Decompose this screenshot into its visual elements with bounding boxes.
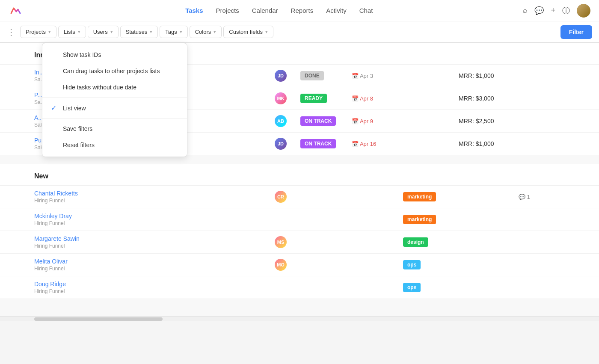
status-badge: ON TRACK (300, 139, 336, 148)
task-name-cell: Mckinley Dray Hiring Funnel (0, 208, 270, 231)
colors-label: Colors (195, 29, 211, 35)
task-name-cell: Margarete Sawin Hiring Funnel (0, 231, 270, 254)
mrr-value: MRR: $1,000 (459, 72, 494, 79)
tag-cell: marketing (398, 186, 454, 208)
options-dots[interactable]: ⋮ (7, 27, 15, 37)
comment-cell (513, 208, 548, 231)
extra-cell (548, 186, 573, 208)
colors-filter-btn[interactable]: Colors ▾ (190, 26, 222, 38)
nav-projects[interactable]: Projects (216, 7, 239, 14)
top-nav: Tasks Projects Calendar Reports Activity… (0, 0, 599, 21)
avatar: AB (275, 115, 287, 127)
comment-cell (513, 133, 548, 155)
extra-cell-2 (573, 186, 599, 208)
extra-cell (548, 254, 573, 276)
extra-cell-2 (573, 208, 599, 231)
tags-label: Tags (165, 29, 177, 35)
add-icon[interactable]: + (551, 6, 555, 15)
dropdown-label-reset-filters: Reset filters (63, 142, 95, 148)
users-filter-btn[interactable]: Users ▾ (88, 26, 119, 38)
statuses-label: Statuses (126, 29, 148, 35)
filter-button[interactable]: Filter (560, 25, 592, 39)
info-icon[interactable]: ⓘ (562, 6, 570, 16)
search-icon[interactable]: ⌕ (523, 6, 528, 15)
tag-badge: ops (403, 283, 421, 292)
dropdown-item-hide-no-due[interactable]: Hide tasks without due date (42, 79, 187, 95)
status-badge: READY (300, 94, 327, 103)
comment-cell (513, 254, 548, 276)
scroll-bar-area (0, 316, 599, 321)
extra-cell-2 (573, 87, 599, 110)
status-cell (295, 231, 347, 254)
extra-cell (548, 276, 573, 299)
task-sub: Hiring Funnel (34, 220, 65, 226)
task-name-cell: Melita Olivar Hiring Funnel (0, 254, 270, 276)
dropdown-divider-2 (42, 118, 187, 119)
nav-icons: ⌕ 💬 + ⓘ (523, 4, 590, 18)
status-badge: ON TRACK (300, 116, 336, 126)
dropdown-item-list-view[interactable]: ✓ List view (42, 99, 187, 117)
avatar-cell: CR (270, 186, 295, 208)
tag-cell: ops (398, 254, 454, 276)
tag-badge: design (403, 237, 428, 247)
user-avatar[interactable] (577, 4, 590, 18)
comment-cell (513, 87, 548, 110)
dropdown-item-reset-filters[interactable]: Reset filters (42, 137, 187, 153)
comment-cell (513, 231, 548, 254)
status-cell: ON TRACK (295, 110, 347, 133)
custom-fields-label: Custom fields (229, 29, 263, 35)
mrr-cell: MRR: $1,000 (454, 133, 513, 155)
tags-filter-btn[interactable]: Tags ▾ (160, 26, 187, 38)
statuses-filter-btn[interactable]: Statuses ▾ (120, 26, 158, 38)
dropdown-item-drag-tasks[interactable]: Can drag tasks to other projects lists (42, 63, 187, 79)
mrr-cell (454, 276, 513, 299)
extra-cell (548, 133, 573, 155)
lists-filter-btn[interactable]: Lists ▾ (58, 26, 86, 38)
nav-chat[interactable]: Chat (359, 7, 373, 14)
task-link[interactable]: Chantal Ricketts (34, 190, 264, 197)
task-sub: Hiring Funnel (34, 288, 65, 294)
options-dropdown: Show task IDs Can drag tasks to other pr… (42, 43, 187, 157)
custom-fields-filter-btn[interactable]: Custom fields ▾ (223, 26, 273, 38)
nav-activity[interactable]: Activity (326, 7, 347, 14)
task-link[interactable]: Margarete Sawin (34, 235, 264, 242)
nav-links: Tasks Projects Calendar Reports Activity… (35, 7, 523, 14)
mrr-cell: MRR: $1,000 (454, 65, 513, 87)
dropdown-item-save-filters[interactable]: Save filters (42, 121, 187, 137)
task-link[interactable]: Mckinley Dray (34, 213, 264, 219)
task-name-cell: Chantal Ricketts Hiring Funnel (0, 186, 270, 208)
comment-cell (513, 65, 548, 87)
date-cell: 📅 Apr 3 (347, 65, 398, 87)
status-cell: ON TRACK (295, 133, 347, 155)
nav-calendar[interactable]: Calendar (252, 7, 278, 14)
projects-filter-btn[interactable]: Projects ▾ (20, 26, 56, 38)
table-row: Doug Ridge Hiring Funnel ops (0, 276, 599, 299)
tag-cell: ops (398, 276, 454, 299)
task-sub: Hiring Funnel (34, 266, 65, 272)
avatar: MS (275, 236, 287, 248)
nav-reports[interactable]: Reports (291, 7, 314, 14)
status-cell (295, 186, 347, 208)
extra-cell-2 (573, 110, 599, 133)
extra-cell (548, 231, 573, 254)
date-cell (347, 254, 398, 276)
table-row: Chantal Ricketts Hiring Funnel CR market… (0, 186, 599, 208)
date-cell (347, 186, 398, 208)
horizontal-scrollbar[interactable] (34, 317, 163, 321)
chat-icon[interactable]: 💬 (534, 6, 544, 15)
extra-cell (548, 87, 573, 110)
dropdown-label-list-view: List view (63, 105, 86, 112)
app-logo[interactable] (9, 4, 22, 18)
table-row: Mckinley Dray Hiring Funnel marketing (0, 208, 599, 231)
extra-cell (548, 208, 573, 231)
task-link[interactable]: Doug Ridge (34, 281, 264, 287)
dropdown-item-show-task-ids[interactable]: Show task IDs (42, 47, 187, 63)
task-link[interactable]: Melita Olivar (34, 258, 264, 265)
avatar: JD (275, 70, 287, 82)
mrr-cell: MRR: $3,000 (454, 87, 513, 110)
tag-cell (398, 110, 454, 133)
date-cell (347, 231, 398, 254)
tag-cell: design (398, 231, 454, 254)
nav-tasks[interactable]: Tasks (185, 7, 203, 14)
date-value: 📅 Apr 8 (352, 95, 373, 102)
